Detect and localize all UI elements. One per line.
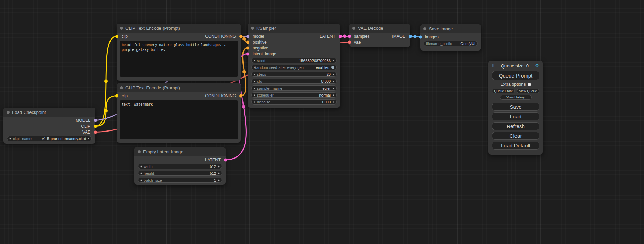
node-title-bar[interactable]: Empty Latent Image — [134, 147, 226, 156]
widget-width[interactable]: width 512 — [138, 164, 222, 169]
widget-label: filename_prefix — [426, 42, 452, 46]
node-title-bar[interactable]: CLIP Text Encode (Prompt) — [117, 83, 241, 92]
positive-prompt-textarea[interactable]: beautiful scenery nature glass bottle la… — [120, 41, 238, 77]
widget-value: euler — [323, 86, 331, 90]
input-port-clip[interactable] — [115, 94, 118, 97]
node-save-image[interactable]: Save Image images filename_prefix ComfyU… — [420, 24, 481, 51]
node-load-checkpoint[interactable]: Load Checkpoint MODEL CLIP VAE ckpt_name… — [3, 108, 95, 144]
decrement-arrow-icon[interactable] — [140, 172, 142, 174]
toggle-dot-icon[interactable] — [331, 66, 334, 69]
increment-arrow-icon[interactable] — [333, 94, 334, 96]
output-port-clip[interactable] — [94, 125, 97, 128]
decrement-arrow-icon[interactable] — [9, 138, 11, 140]
node-title: Empty Latent Image — [143, 149, 183, 154]
output-label-conditioning: CONDITIONING — [205, 34, 236, 39]
input-port-model[interactable] — [246, 35, 249, 38]
node-status-dot — [251, 27, 254, 30]
clear-button[interactable]: Clear — [492, 132, 539, 140]
output-port-conditioning[interactable] — [239, 35, 242, 38]
load-button[interactable]: Load — [492, 112, 539, 120]
drag-handle-icon[interactable]: ⠿ — [492, 64, 495, 68]
increment-arrow-icon[interactable] — [218, 172, 220, 174]
link-midpoint-dot — [104, 109, 108, 113]
increment-arrow-icon[interactable] — [333, 73, 334, 75]
node-clip-text-encode-positive[interactable]: CLIP Text Encode (Prompt) clip CONDITION… — [117, 24, 241, 81]
widget-denoise[interactable]: denoise 1.000 — [251, 99, 337, 105]
widget-value: 1 — [214, 178, 216, 182]
widget-value: enabled — [316, 65, 329, 70]
node-title-bar[interactable]: KSampler — [248, 24, 340, 33]
node-clip-text-encode-negative[interactable]: CLIP Text Encode (Prompt) clip CONDITION… — [117, 83, 241, 143]
increment-arrow-icon[interactable] — [218, 165, 220, 168]
node-title-bar[interactable]: VAE Decode — [349, 24, 410, 33]
widget-cfg[interactable]: cfg 8.000 — [251, 79, 337, 84]
input-port-positive[interactable] — [246, 40, 249, 44]
input-port-latent-image[interactable] — [246, 52, 249, 55]
increment-arrow-icon[interactable] — [218, 179, 220, 181]
decrement-arrow-icon[interactable] — [140, 179, 142, 181]
widget-label: height — [144, 171, 154, 175]
load-default-button[interactable]: Load Default — [492, 142, 539, 150]
increment-arrow-icon[interactable] — [333, 87, 334, 89]
node-title: CLIP Text Encode (Prompt) — [125, 85, 180, 90]
decrement-arrow-icon[interactable] — [140, 165, 142, 168]
widget-ckpt-name[interactable]: ckpt_name v1-5-pruned-emaonly.ckpt — [7, 136, 92, 141]
input-port-negative[interactable] — [246, 46, 249, 49]
decrement-arrow-icon[interactable] — [254, 73, 255, 75]
increment-arrow-icon[interactable] — [333, 60, 334, 62]
decrement-arrow-icon[interactable] — [254, 60, 255, 62]
refresh-button[interactable]: Refresh — [492, 122, 539, 130]
output-label-latent: LATENT — [320, 34, 335, 39]
widget-batch-size[interactable]: batch_size 1 — [138, 178, 222, 183]
node-empty-latent-image[interactable]: Empty Latent Image LATENT width 512 heig… — [134, 147, 226, 185]
increment-arrow-icon[interactable] — [333, 80, 334, 82]
node-vae-decode[interactable]: VAE Decode samples IMAGE vae — [349, 24, 410, 47]
input-port-clip[interactable] — [115, 35, 118, 38]
input-port-samples[interactable] — [348, 35, 351, 38]
node-status-dot — [120, 86, 123, 89]
decrement-arrow-icon[interactable] — [254, 101, 255, 103]
input-port-images[interactable] — [419, 35, 422, 38]
widget-sampler-name[interactable]: sampler_name euler — [251, 85, 337, 91]
output-port-model[interactable] — [94, 119, 97, 122]
node-title-bar[interactable]: Load Checkpoint — [3, 108, 95, 117]
widget-value: v1-5-pruned-emaonly.ckpt — [42, 137, 86, 141]
widget-steps[interactable]: steps 20 — [251, 72, 337, 77]
node-title-bar[interactable]: Save Image — [420, 24, 481, 33]
negative-prompt-textarea[interactable]: text, watermark — [120, 100, 238, 139]
widget-label: Random seed after every gen — [254, 65, 304, 70]
output-port-vae[interactable] — [94, 130, 97, 134]
output-port-latent[interactable] — [339, 35, 342, 38]
view-history-button[interactable]: View History — [500, 95, 532, 100]
widget-filename-prefix[interactable]: filename_prefix ComfyUI — [424, 41, 478, 46]
widget-seed[interactable]: seed 156680208700286 — [251, 58, 337, 63]
decrement-arrow-icon[interactable] — [254, 80, 255, 82]
decrement-arrow-icon[interactable] — [254, 94, 255, 96]
widget-random-seed-toggle[interactable]: Random seed after every gen enabled — [251, 65, 337, 70]
output-port-latent[interactable] — [224, 158, 227, 161]
widget-value: ComfyUI — [460, 42, 475, 46]
widget-scheduler[interactable]: scheduler normal — [251, 92, 337, 98]
node-title-bar[interactable]: CLIP Text Encode (Prompt) — [117, 24, 241, 33]
decrement-arrow-icon[interactable] — [254, 87, 255, 89]
settings-gear-icon[interactable]: ⚙ — [535, 63, 539, 69]
extra-options-checkbox[interactable] — [528, 83, 531, 86]
increment-arrow-icon[interactable] — [88, 138, 89, 140]
queue-prompt-button[interactable]: Queue Prompt — [492, 71, 539, 80]
node-canvas[interactable]: Load Checkpoint MODEL CLIP VAE ckpt_name… — [0, 0, 644, 244]
widget-label: batch_size — [144, 178, 162, 182]
queue-panel-header: ⠿ Queue size: 0 ⚙ — [492, 63, 539, 69]
input-port-vae[interactable] — [348, 40, 351, 44]
node-status-dot — [352, 27, 355, 30]
link-midpoint-dot — [242, 105, 245, 109]
save-button[interactable]: Save — [492, 103, 539, 111]
output-port-image[interactable] — [409, 35, 412, 38]
link-midpoint-dot — [343, 35, 346, 38]
output-port-conditioning[interactable] — [239, 94, 242, 97]
widget-height[interactable]: height 512 — [138, 171, 222, 176]
queue-front-button[interactable]: Queue Front — [492, 89, 515, 93]
increment-arrow-icon[interactable] — [333, 101, 334, 103]
node-ksampler[interactable]: KSampler model LATENT positive negative … — [248, 24, 340, 108]
extra-options-row: Extra options — [492, 82, 539, 87]
view-queue-button[interactable]: View Queue — [517, 89, 539, 93]
